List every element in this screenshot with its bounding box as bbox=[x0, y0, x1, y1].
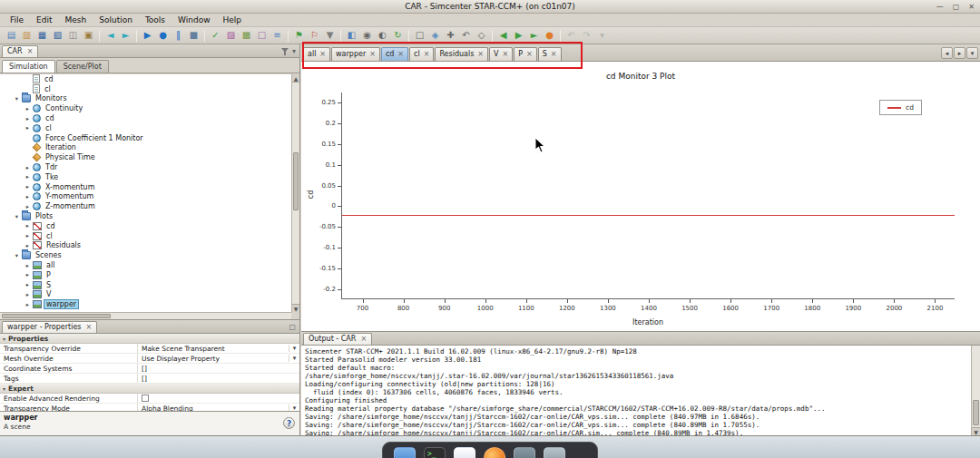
output-tab[interactable]: Output - CAR × bbox=[303, 333, 372, 345]
doc-tab-s[interactable]: S× bbox=[538, 47, 562, 61]
tree-vertical-scrollbar[interactable]: ▲ ▼ bbox=[291, 74, 299, 312]
tab-scene-plot[interactable]: Scene/Plot bbox=[56, 60, 109, 73]
expander-icon[interactable]: ▸ bbox=[24, 281, 32, 288]
menu-tools[interactable]: Tools bbox=[139, 15, 172, 25]
menu-edit[interactable]: Edit bbox=[30, 15, 58, 25]
tree-item-physical-time[interactable]: Physical Time bbox=[0, 152, 291, 162]
tree-item-cl[interactable]: cl bbox=[0, 84, 291, 94]
tree-item-x-momentum[interactable]: ▸X-momentum bbox=[0, 182, 291, 192]
tree-item-cd[interactable]: ▸cd bbox=[0, 221, 291, 231]
tab-list-button[interactable]: ▾ bbox=[966, 47, 978, 59]
tree-item-scenes[interactable]: ▾Scenes bbox=[0, 250, 291, 260]
dropdown-icon[interactable]: ▾ bbox=[289, 345, 299, 352]
generate-surface-mesh-button[interactable]: ▨ bbox=[223, 28, 239, 43]
save-button[interactable]: ▦ bbox=[34, 28, 50, 43]
close-icon[interactable]: × bbox=[360, 336, 367, 343]
section-header-properties[interactable]: ▾Properties bbox=[0, 334, 299, 344]
tree-item-s[interactable]: ▸S bbox=[0, 280, 291, 290]
expander-icon[interactable]: ▸ bbox=[24, 222, 32, 229]
tree-item-tke[interactable]: ▸Tke bbox=[0, 172, 291, 182]
auto-save-button[interactable]: ▼ bbox=[322, 28, 338, 43]
redo-button[interactable]: ↷ bbox=[579, 28, 594, 43]
tree-item-monitors[interactable]: ▾Monitors bbox=[0, 94, 291, 104]
expander-icon[interactable]: ▸ bbox=[24, 164, 32, 171]
forward-button[interactable]: ► bbox=[118, 28, 133, 43]
close-button[interactable]: ✕ bbox=[968, 1, 975, 13]
doc-tab-residuals[interactable]: Residuals× bbox=[435, 47, 488, 61]
expander-icon[interactable]: ▸ bbox=[24, 262, 32, 269]
tree-item-z-momentum[interactable]: ▸Z-momentum bbox=[0, 201, 291, 211]
tree-item-p[interactable]: ▸P bbox=[0, 270, 291, 280]
step-button[interactable]: ▶ bbox=[140, 28, 155, 43]
load-simulation-button[interactable]: ▥ bbox=[19, 28, 34, 43]
menu-help[interactable]: Help bbox=[217, 15, 249, 25]
stop-button[interactable]: ■ bbox=[186, 28, 201, 43]
chevron-down-icon[interactable]: ▾ bbox=[292, 48, 296, 55]
play-solution-history-button[interactable]: ▶ bbox=[511, 28, 526, 43]
scroll-down-icon[interactable]: ▼ bbox=[972, 427, 980, 435]
tree-item-continuity[interactable]: ▸Continuity bbox=[0, 103, 291, 113]
check-mesh-button[interactable]: ✓ bbox=[208, 28, 223, 43]
menu-solution[interactable]: Solution bbox=[93, 15, 139, 25]
scene-transparency-button[interactable]: ◐ bbox=[375, 28, 390, 43]
expander-icon[interactable]: ▾ bbox=[13, 252, 21, 259]
menu-file[interactable]: File bbox=[4, 15, 30, 25]
step-forward-button[interactable]: ► bbox=[526, 28, 542, 43]
close-icon[interactable]: × bbox=[526, 51, 533, 58]
menu-mesh[interactable]: Mesh bbox=[59, 15, 93, 25]
properties-tab[interactable]: warpper - Properties × bbox=[2, 321, 97, 333]
new-simulation-button[interactable]: ▤ bbox=[4, 28, 19, 43]
expander-icon[interactable]: ▸ bbox=[24, 124, 32, 132]
doc-tab-p[interactable]: P× bbox=[514, 47, 537, 61]
doc-tab-cd[interactable]: cd× bbox=[381, 47, 408, 61]
tree-item-v[interactable]: ▸V bbox=[0, 290, 291, 300]
close-icon[interactable]: × bbox=[551, 51, 557, 58]
mesh-pipeline-button[interactable]: ≡ bbox=[270, 28, 285, 43]
tree-item-cd[interactable]: ▸cd bbox=[0, 113, 291, 123]
files-icon[interactable] bbox=[394, 447, 416, 458]
run-button[interactable]: ● bbox=[155, 28, 171, 43]
scrollbar-thumb[interactable] bbox=[293, 152, 299, 210]
expander-icon[interactable]: ▸ bbox=[24, 301, 32, 308]
checkbox-unchecked[interactable] bbox=[142, 395, 149, 402]
clear-generated-meshes-button[interactable]: □ bbox=[254, 28, 270, 43]
doc-tab-warpper[interactable]: warpper× bbox=[331, 47, 380, 61]
copy-button[interactable]: ◫ bbox=[65, 28, 81, 43]
help-button[interactable]: ? bbox=[283, 417, 295, 429]
initialize-solution-button[interactable]: ⚑ bbox=[291, 28, 307, 43]
close-icon[interactable]: × bbox=[27, 48, 34, 55]
step-back-button[interactable]: ◀ bbox=[495, 28, 511, 43]
doc-tab-all[interactable]: all× bbox=[303, 47, 330, 61]
expander-icon[interactable]: ▸ bbox=[24, 173, 32, 180]
maximize-button[interactable]: ▢ bbox=[953, 1, 960, 13]
close-icon[interactable]: × bbox=[477, 51, 484, 58]
selection-tool-button[interactable]: □ bbox=[412, 28, 427, 43]
tree-item-tdr[interactable]: ▸Tdr bbox=[0, 162, 291, 172]
fit-view-button[interactable]: ◇ bbox=[474, 28, 489, 43]
expander-icon[interactable]: ▸ bbox=[24, 203, 32, 210]
generate-volume-mesh-button[interactable]: ▩ bbox=[239, 28, 254, 43]
text-editor-icon[interactable] bbox=[454, 447, 475, 458]
expander-icon[interactable]: ▸ bbox=[24, 183, 32, 190]
clear-solution-button[interactable]: ⚐ bbox=[307, 28, 322, 43]
dropdown-icon[interactable]: ▾ bbox=[289, 404, 299, 411]
browser-icon[interactable] bbox=[484, 447, 505, 458]
scrollbar-thumb[interactable] bbox=[2, 314, 111, 318]
more-tools-button[interactable]: ▾ bbox=[594, 28, 610, 43]
plot-canvas[interactable]: cd Monitor 3 Plot cd 7008009001000110012… bbox=[301, 62, 980, 332]
expander-icon[interactable]: ▸ bbox=[24, 291, 32, 298]
tree-item-residuals[interactable]: ▸Residuals bbox=[0, 241, 291, 251]
tree-item-force-coefficient-1-monitor[interactable]: Force Coefficient 1 Monitor bbox=[0, 133, 291, 143]
scroll-down-icon[interactable]: ▼ bbox=[292, 304, 299, 312]
terminal-icon[interactable] bbox=[424, 447, 446, 458]
doc-tab-v[interactable]: V× bbox=[489, 47, 513, 61]
expander-icon[interactable]: ▸ bbox=[24, 193, 32, 200]
back-button[interactable]: ◄ bbox=[103, 28, 118, 43]
expander-icon[interactable]: ▾ bbox=[13, 213, 21, 220]
scroll-tabs-left-button[interactable]: ◂ bbox=[941, 47, 953, 59]
tree-horizontal-scrollbar[interactable] bbox=[0, 312, 291, 319]
float-window-icon[interactable]: ▢ bbox=[289, 324, 296, 331]
section-header-expert[interactable]: ▾Expert bbox=[0, 384, 299, 394]
update-scene-button[interactable]: ↻ bbox=[390, 28, 406, 43]
expander-icon[interactable]: ▾ bbox=[13, 95, 21, 102]
